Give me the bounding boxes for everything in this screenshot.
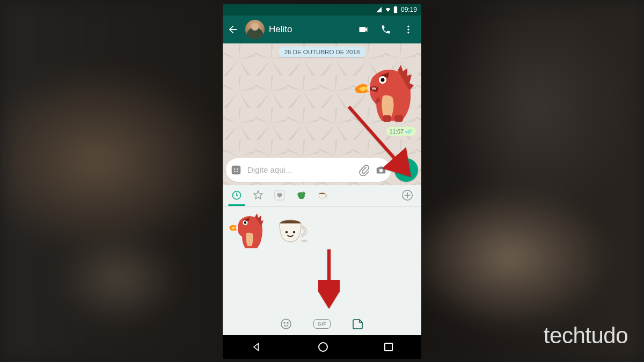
microphone-icon xyxy=(400,164,412,176)
sticker-icon xyxy=(352,317,364,330)
svg-point-2 xyxy=(407,25,409,27)
svg-point-10 xyxy=(234,168,236,169)
outgoing-sticker-message[interactable]: 11:07 xyxy=(352,62,416,136)
svg-rect-8 xyxy=(394,115,403,122)
svg-point-24 xyxy=(301,240,308,242)
nav-back-icon[interactable] xyxy=(251,342,262,352)
voice-call-icon[interactable] xyxy=(380,24,391,35)
svg-rect-9 xyxy=(232,165,241,174)
watermark-text: techtudo xyxy=(544,323,628,349)
nav-home-icon[interactable] xyxy=(318,342,328,352)
attach-icon[interactable] xyxy=(358,164,370,176)
chat-area: 26 DE OUTUBRO DE 2018 xyxy=(223,43,421,185)
dinosaur-sticker-icon xyxy=(227,212,266,250)
favorite-stickers-tab[interactable] xyxy=(247,184,269,206)
back-button[interactable] xyxy=(225,21,241,38)
svg-point-11 xyxy=(237,168,238,169)
voice-message-button[interactable] xyxy=(394,158,418,182)
cuppy-pack-icon xyxy=(317,190,328,201)
heart-pack-icon xyxy=(274,190,285,201)
avatar[interactable] xyxy=(245,20,265,39)
android-status-bar: 09:19 xyxy=(223,4,421,16)
date-separator: 26 DE OUTUBRO DE 2018 xyxy=(279,47,365,57)
phone-frame: 09:19 Helito 26 DE OUTUBRO DE 2018 xyxy=(223,4,421,359)
arrow-left-icon xyxy=(227,24,239,35)
add-sticker-pack-button[interactable] xyxy=(397,184,418,206)
input-placeholder: Digite aqui... xyxy=(247,165,353,174)
svg-point-4 xyxy=(407,32,409,33)
svg-point-27 xyxy=(287,322,288,323)
more-menu-icon[interactable] xyxy=(403,24,414,35)
wifi-icon xyxy=(385,6,391,13)
svg-rect-1 xyxy=(394,6,396,7)
clock-icon xyxy=(231,190,242,201)
battery-icon xyxy=(393,6,398,13)
chat-header: Helito xyxy=(223,16,421,43)
video-call-icon[interactable] xyxy=(358,24,369,35)
sticker-pack-cuppy-tab[interactable] xyxy=(312,184,333,206)
signal-icon xyxy=(375,6,383,13)
emoji-picker-icon[interactable] xyxy=(230,164,242,176)
emoji-face-icon xyxy=(280,317,292,330)
emoji-tab-button[interactable] xyxy=(277,315,295,333)
message-input-row: Digite aqui... xyxy=(223,155,421,185)
status-time: 09:19 xyxy=(401,6,417,13)
message-input[interactable]: Digite aqui... xyxy=(226,158,391,182)
svg-point-12 xyxy=(379,168,383,172)
contact-name[interactable]: Helito xyxy=(269,24,354,35)
sticker-pack-hearts-tab[interactable] xyxy=(269,184,290,206)
plus-icon xyxy=(401,189,413,201)
sticker-panel: GIF xyxy=(223,185,421,335)
svg-point-26 xyxy=(284,322,285,323)
android-nav-bar xyxy=(223,335,421,359)
sticker-tab-bar xyxy=(223,185,421,206)
svg-rect-7 xyxy=(383,115,391,122)
nav-recent-icon[interactable] xyxy=(384,343,393,351)
svg-point-19 xyxy=(244,221,246,223)
star-icon xyxy=(253,190,264,201)
svg-point-23 xyxy=(293,231,295,233)
sticker-cuppy[interactable] xyxy=(273,212,312,250)
svg-point-6 xyxy=(381,78,385,82)
read-checkmarks-icon xyxy=(405,129,413,134)
svg-point-3 xyxy=(407,28,409,30)
message-meta: 11:07 xyxy=(386,127,416,136)
dinosaur-sticker-icon xyxy=(352,62,416,126)
sticker-pack-dino-tab[interactable] xyxy=(290,184,312,206)
svg-point-22 xyxy=(286,231,288,233)
svg-point-25 xyxy=(281,319,291,329)
sticker-dino-fire[interactable] xyxy=(227,212,266,250)
dino-pack-icon xyxy=(296,190,306,201)
camera-icon[interactable] xyxy=(375,164,387,176)
gif-tab-button[interactable]: GIF xyxy=(313,319,331,329)
panel-footer: GIF xyxy=(223,313,421,335)
sticker-tab-button[interactable] xyxy=(349,315,367,333)
message-time: 11:07 xyxy=(390,128,404,135)
svg-rect-0 xyxy=(394,6,397,13)
recent-stickers-tab[interactable] xyxy=(226,184,247,206)
coffee-cup-sticker-icon xyxy=(273,212,312,250)
sticker-grid xyxy=(223,206,421,313)
